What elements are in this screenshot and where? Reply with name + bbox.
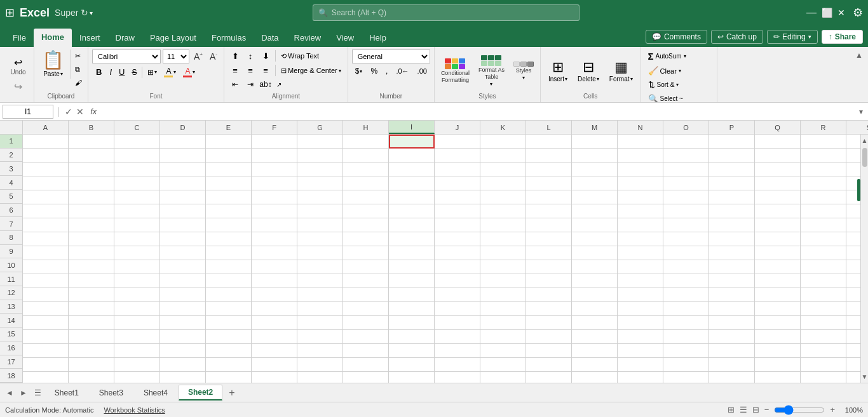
normal-view-btn[interactable]: ⊞: [728, 405, 735, 414]
col-header-G[interactable]: G: [297, 121, 343, 134]
cell[interactable]: [801, 190, 846, 204]
autosum-btn[interactable]: Σ AutoSum ▾: [645, 50, 689, 63]
scroll-thumb[interactable]: [862, 148, 867, 167]
cell[interactable]: [343, 190, 389, 204]
cell[interactable]: [435, 176, 480, 190]
cell[interactable]: [480, 302, 526, 316]
col-header-L[interactable]: L: [526, 121, 572, 134]
formula-input[interactable]: [103, 105, 854, 119]
cell[interactable]: [572, 149, 618, 162]
cell[interactable]: [709, 372, 755, 383]
font-size-select[interactable]: 11: [163, 50, 189, 63]
cell[interactable]: [252, 260, 297, 274]
cell[interactable]: [709, 218, 755, 232]
cell[interactable]: [297, 316, 343, 330]
cell[interactable]: [343, 274, 389, 288]
cell[interactable]: [435, 190, 480, 204]
cell[interactable]: [709, 162, 755, 176]
row-num-14[interactable]: 14: [0, 314, 22, 328]
cell[interactable]: [572, 344, 618, 358]
cell[interactable]: [160, 302, 206, 316]
cell[interactable]: [572, 316, 618, 330]
cell[interactable]: [618, 204, 663, 218]
more-align-btn[interactable]: ↗: [274, 80, 284, 89]
cell[interactable]: [435, 204, 480, 218]
copy-button[interactable]: ⧉: [73, 64, 84, 75]
find-select-btn[interactable]: 🔍 Select ~: [645, 93, 686, 103]
cell[interactable]: [343, 372, 389, 383]
cell[interactable]: [526, 274, 572, 288]
cell[interactable]: [480, 218, 526, 232]
cell[interactable]: [801, 246, 846, 260]
cell[interactable]: [526, 176, 572, 190]
decimal-up-btn[interactable]: .00: [414, 66, 430, 76]
cell[interactable]: [435, 149, 480, 162]
cell[interactable]: [801, 218, 846, 232]
col-header-K[interactable]: K: [480, 121, 526, 134]
cell[interactable]: [206, 302, 252, 316]
cell[interactable]: [526, 232, 572, 246]
cell[interactable]: [206, 149, 252, 162]
cell[interactable]: [435, 246, 480, 260]
cell[interactable]: [709, 204, 755, 218]
cell[interactable]: [69, 190, 114, 204]
cell[interactable]: [801, 260, 846, 274]
cell[interactable]: [252, 204, 297, 218]
cell[interactable]: [480, 372, 526, 383]
cell[interactable]: [572, 288, 618, 302]
cell[interactable]: [160, 204, 206, 218]
tab-view[interactable]: View: [329, 29, 362, 47]
cell[interactable]: [755, 260, 801, 274]
cell[interactable]: [572, 162, 618, 176]
cell[interactable]: [801, 302, 846, 316]
cell[interactable]: [801, 149, 846, 162]
cell[interactable]: [343, 232, 389, 246]
col-header-F[interactable]: F: [252, 121, 297, 134]
cell[interactable]: [663, 246, 709, 260]
col-header-E[interactable]: E: [206, 121, 252, 134]
cell[interactable]: [114, 372, 160, 383]
tab-review[interactable]: Review: [287, 29, 329, 47]
cell[interactable]: [389, 274, 435, 288]
cell[interactable]: [709, 274, 755, 288]
cell[interactable]: [69, 274, 114, 288]
align-center-btn[interactable]: ≡: [243, 64, 257, 77]
cell[interactable]: [23, 330, 69, 344]
cell[interactable]: [160, 232, 206, 246]
cell[interactable]: [435, 302, 480, 316]
cell[interactable]: [252, 149, 297, 162]
cell[interactable]: [572, 218, 618, 232]
maximize-btn[interactable]: ⬜: [822, 8, 832, 18]
decrease-font-btn[interactable]: A-: [207, 51, 220, 62]
cell[interactable]: [480, 176, 526, 190]
row-num-11[interactable]: 11: [0, 272, 22, 286]
cell[interactable]: [435, 344, 480, 358]
zoom-slider[interactable]: [774, 405, 825, 415]
row-num-8[interactable]: 8: [0, 231, 22, 245]
cell[interactable]: [755, 149, 801, 162]
row-num-7[interactable]: 7: [0, 217, 22, 231]
indent-increase-btn[interactable]: ⇥: [243, 79, 257, 90]
cell[interactable]: [160, 288, 206, 302]
col-header-R[interactable]: R: [801, 121, 846, 134]
cell[interactable]: [389, 190, 435, 204]
cell[interactable]: [252, 218, 297, 232]
cell-styles-btn[interactable]: Styles ▾: [511, 60, 536, 82]
cell[interactable]: [480, 232, 526, 246]
cell[interactable]: [160, 274, 206, 288]
cell[interactable]: [435, 358, 480, 372]
cell[interactable]: [526, 260, 572, 274]
borders-button[interactable]: ⊞▾: [144, 67, 160, 78]
conditional-formatting-btn[interactable]: ConditionalFormatting: [438, 57, 472, 85]
cell[interactable]: [343, 246, 389, 260]
cell[interactable]: [297, 274, 343, 288]
cell[interactable]: [755, 358, 801, 372]
row-num-16[interactable]: 16: [0, 341, 22, 355]
cell[interactable]: [23, 218, 69, 232]
cell[interactable]: [389, 288, 435, 302]
cell[interactable]: [206, 176, 252, 190]
cell[interactable]: [618, 316, 663, 330]
cell[interactable]: [618, 330, 663, 344]
row-num-2[interactable]: 2: [0, 149, 22, 162]
cell[interactable]: [252, 372, 297, 383]
